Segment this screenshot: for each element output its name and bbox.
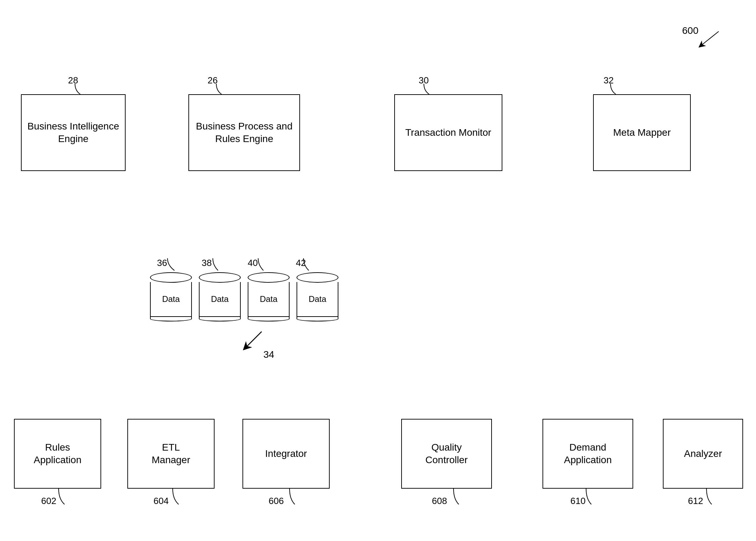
box-606: Integrator <box>242 419 330 489</box>
label-34: 34 <box>263 349 274 360</box>
label-28: 28 <box>68 75 78 86</box>
cylinder-42: Data <box>297 272 338 321</box>
cyl-38-top <box>199 272 241 283</box>
arrow-34-svg <box>227 328 297 356</box>
label-612: 612 <box>688 496 703 506</box>
cyl-42-label: Data <box>309 294 327 304</box>
cyl-40-label: Data <box>260 294 278 304</box>
label-26: 26 <box>208 75 218 86</box>
cyl-36-body: Data <box>150 282 192 317</box>
cyl-36-label: Data <box>162 294 180 304</box>
cylinder-40: Data <box>248 272 290 321</box>
cyl-38-body: Data <box>199 282 241 317</box>
cyl-40-top <box>248 272 290 283</box>
label-606: 606 <box>269 496 284 506</box>
box-30: Transaction Monitor <box>394 94 502 171</box>
cyl-38-label: Data <box>211 294 229 304</box>
label-602: 602 <box>41 496 56 506</box>
box-26-label: Business Process andRules Engine <box>196 120 292 146</box>
arrows-svg <box>0 0 756 541</box>
label-610: 610 <box>570 496 585 506</box>
box-604: ETLManager <box>127 419 215 489</box>
cylinder-38: Data <box>199 272 241 321</box>
cyl-42-bottom <box>297 316 338 321</box>
label-42: 42 <box>296 258 306 268</box>
cyl-40-bottom <box>248 316 290 321</box>
label-38: 38 <box>202 258 212 268</box>
label-600-text: 600 <box>682 25 698 36</box>
cylinder-36: Data <box>150 272 192 321</box>
cyl-36-bottom <box>150 316 192 321</box>
diagram: Business IntelligenceEngine 28 Business … <box>0 0 756 541</box>
box-30-label: Transaction Monitor <box>405 126 491 139</box>
label-40: 40 <box>248 258 258 268</box>
svg-line-0 <box>246 332 262 347</box>
box-26: Business Process andRules Engine <box>188 94 300 171</box>
label-36: 36 <box>157 258 167 268</box>
box-608: QualityController <box>401 419 492 489</box>
box-606-label: Integrator <box>265 447 307 460</box>
box-610-label: DemandApplication <box>564 441 612 467</box>
box-32: Meta Mapper <box>593 94 691 171</box>
cyl-40-body: Data <box>248 282 290 317</box>
box-28-label: Business IntelligenceEngine <box>27 120 119 146</box>
label-604: 604 <box>154 496 169 506</box>
box-28: Business IntelligenceEngine <box>21 94 126 171</box>
box-612: Analyzer <box>663 419 743 489</box>
box-602-label: RulesApplication <box>34 441 82 467</box>
box-610: DemandApplication <box>542 419 633 489</box>
box-602: RulesApplication <box>14 419 101 489</box>
box-608-label: QualityController <box>425 441 467 467</box>
label-32: 32 <box>604 75 614 86</box>
cyl-38-bottom <box>199 316 241 321</box>
box-612-label: Analyzer <box>684 447 722 460</box>
cyl-36-top <box>150 272 192 283</box>
label-608: 608 <box>432 496 447 506</box>
box-604-label: ETLManager <box>152 441 190 467</box>
label-30: 30 <box>419 75 429 86</box>
cyl-42-body: Data <box>297 282 338 317</box>
box-32-label: Meta Mapper <box>613 126 671 139</box>
cyl-42-top <box>297 272 338 283</box>
